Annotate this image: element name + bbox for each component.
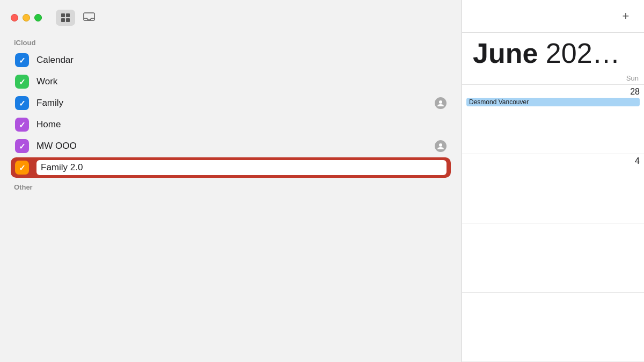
inbox-button[interactable] (79, 10, 99, 26)
month-header: June 202… (462, 33, 644, 72)
calendar-name: Calendar (36, 55, 447, 66)
traffic-lights (11, 14, 42, 21)
checkmark-icon: ✓ (19, 121, 26, 129)
svg-rect-4 (84, 13, 94, 20)
titlebar (0, 0, 462, 33)
work-checkbox[interactable]: ✓ (15, 75, 29, 89)
calendar-name: Home (36, 119, 447, 130)
svg-rect-3 (66, 18, 70, 22)
minimize-button[interactable] (23, 14, 30, 21)
other-section-label: Other (11, 183, 451, 191)
year-display: 202 (546, 38, 592, 69)
list-item[interactable]: ✓ Home (11, 114, 451, 135)
shared-icon (435, 140, 447, 152)
person-icon (437, 142, 444, 150)
person-icon (437, 99, 444, 107)
main-panel: + June 202… Sun 28 Desmond Vancouver 4 (462, 0, 644, 362)
grid-icon (60, 12, 71, 23)
close-button[interactable] (11, 14, 18, 21)
grid-cell[interactable] (462, 223, 644, 292)
year-truncated: … (592, 38, 620, 69)
calendar-name-input-container (36, 160, 447, 175)
calendar-checkbox[interactable]: ✓ (15, 53, 29, 67)
list-item[interactable]: ✓ Family (11, 93, 451, 113)
main-header: + (462, 0, 644, 33)
grid-cell[interactable]: 28 Desmond Vancouver (462, 85, 644, 154)
sidebar: iCloud ✓ Calendar ✓ Work ✓ (0, 0, 462, 362)
grid-row: 28 Desmond Vancouver (462, 85, 644, 154)
shared-icon (435, 97, 447, 109)
svg-rect-0 (61, 13, 65, 17)
icloud-section-label: iCloud (11, 39, 451, 47)
family2-checkbox[interactable]: ✓ (15, 161, 29, 175)
date-number: 28 (466, 87, 640, 97)
month-name: June (473, 38, 538, 69)
checkmark-icon: ✓ (19, 164, 26, 172)
checkmark-icon: ✓ (19, 56, 26, 64)
grid-row (462, 293, 644, 362)
grid-view-button[interactable] (56, 10, 75, 26)
day-header-sun: Sun (462, 74, 644, 82)
list-item[interactable]: ✓ Calendar (11, 50, 451, 70)
checkmark-icon: ✓ (19, 99, 26, 107)
svg-rect-2 (61, 18, 65, 22)
month-title: June 202… (473, 38, 633, 69)
calendar-list: ✓ Calendar ✓ Work ✓ Family (11, 50, 451, 178)
calendar-grid: 28 Desmond Vancouver 4 (462, 85, 644, 362)
sidebar-content: iCloud ✓ Calendar ✓ Work ✓ (0, 33, 462, 362)
svg-point-5 (439, 100, 442, 104)
calendar-name-input[interactable] (41, 162, 442, 173)
grid-cell[interactable]: 4 (462, 154, 644, 223)
mwooo-checkbox[interactable]: ✓ (15, 139, 29, 153)
calendar-name: MW OOO (36, 141, 435, 151)
list-item[interactable]: ✓ MW OOO (11, 136, 451, 156)
date-number: 4 (466, 156, 640, 166)
grid-row: 4 (462, 154, 644, 223)
checkmark-icon: ✓ (19, 78, 26, 86)
event-pill[interactable]: Desmond Vancouver (466, 98, 640, 106)
calendar-name: Work (36, 76, 447, 87)
day-headers: Sun (462, 72, 644, 85)
toolbar-icons (56, 10, 99, 26)
svg-rect-1 (66, 13, 70, 17)
family-checkbox[interactable]: ✓ (15, 96, 29, 110)
calendar-name: Family (36, 98, 435, 108)
svg-point-6 (439, 143, 442, 147)
checkmark-icon: ✓ (19, 142, 26, 150)
grid-cell[interactable] (462, 293, 644, 361)
home-checkbox[interactable]: ✓ (15, 118, 29, 132)
editing-calendar-item[interactable]: ✓ (11, 157, 451, 178)
inbox-icon (83, 12, 95, 23)
grid-row (462, 223, 644, 293)
add-event-button[interactable]: + (618, 9, 633, 24)
maximize-button[interactable] (34, 14, 42, 21)
list-item[interactable]: ✓ Work (11, 71, 451, 92)
